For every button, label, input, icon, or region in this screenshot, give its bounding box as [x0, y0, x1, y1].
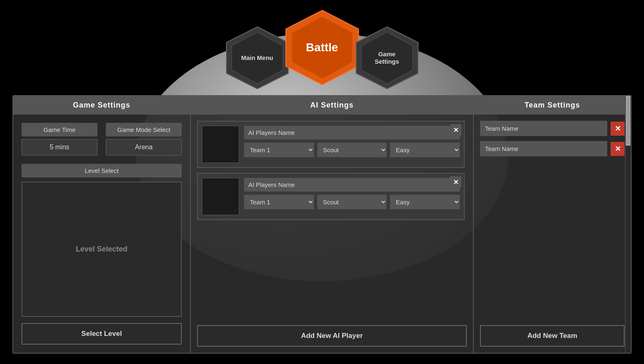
game-time-label: Game Time — [21, 123, 97, 136]
level-select-section: Level Select Level Selected Select Level — [21, 164, 182, 345]
ai-name-input-1[interactable] — [244, 126, 460, 139]
remove-team-1-button[interactable]: ✕ — [611, 122, 625, 136]
ai-avatar-2 — [202, 178, 239, 215]
select-level-button[interactable]: Select Level — [21, 323, 182, 345]
game-settings-nav-label: Game Settings — [375, 50, 399, 65]
team-name-input-1[interactable] — [480, 121, 607, 136]
game-mode-group: Game Mode Select Arena — [106, 123, 182, 156]
add-new-ai-button[interactable]: Add New AI Player — [197, 325, 467, 347]
team-scroll[interactable]: ✕ ✕ — [480, 121, 625, 318]
ai-panel-body: ✕ Team 1 Scout Eas — [191, 115, 473, 353]
game-mode-value[interactable]: Arena — [106, 139, 182, 156]
team-panel-body: ✕ ✕ Add New Team — [474, 115, 631, 353]
game-mode-label: Game Mode Select — [106, 123, 182, 136]
ai-avatar-1 — [202, 126, 239, 163]
close-icon: ✕ — [615, 124, 621, 133]
top-navigation: Main Menu Battle Game Settings — [224, 8, 420, 91]
main-menu-button[interactable]: Main Menu — [224, 25, 290, 91]
team-settings-panel: Team Settings ✕ ✕ Add New — [474, 96, 631, 353]
team-name-input-2[interactable] — [480, 141, 607, 156]
team-row-1: ✕ — [480, 121, 625, 136]
close-icon: ✕ — [453, 126, 459, 134]
ai-players-scroll[interactable]: ✕ Team 1 Scout Eas — [197, 121, 467, 320]
team-row-2: ✕ — [480, 141, 625, 156]
settings-row: Game Time 5 mins Game Mode Select Arena — [21, 123, 182, 156]
game-settings-body: Game Time 5 mins Game Mode Select Arena … — [13, 115, 190, 353]
game-settings-header: Game Settings — [13, 96, 190, 115]
battle-button[interactable]: Battle — [283, 8, 361, 87]
remove-team-2-button[interactable]: ✕ — [611, 142, 625, 156]
ai-role-select-1[interactable]: Scout — [317, 143, 387, 157]
team-scrollbar-thumb — [626, 96, 630, 146]
ai-settings-panel: AI Settings ✕ Team 1 — [191, 96, 474, 353]
level-select-label: Level Select — [21, 164, 182, 177]
level-selected-text: Level Selected — [76, 245, 127, 254]
close-player-1-button[interactable]: ✕ — [450, 124, 461, 136]
game-time-group: Game Time 5 mins — [21, 123, 97, 156]
team-scrollbar[interactable] — [625, 96, 631, 353]
ai-card-fields-2: Team 1 Scout Easy — [244, 178, 460, 215]
ai-team-select-1[interactable]: Team 1 — [244, 143, 314, 157]
ai-card-fields-1: Team 1 Scout Easy — [244, 126, 460, 163]
ai-dropdowns-2: Team 1 Scout Easy — [244, 195, 460, 209]
close-player-2-button[interactable]: ✕ — [450, 176, 461, 188]
main-menu-label: Main Menu — [241, 54, 273, 62]
close-icon: ✕ — [453, 178, 459, 186]
battle-label: Battle — [306, 41, 338, 55]
ai-difficulty-select-2[interactable]: Easy — [390, 195, 460, 209]
ai-player-card: ✕ Team 1 Scout Eas — [197, 173, 465, 220]
add-new-team-button[interactable]: Add New Team — [480, 325, 625, 347]
ai-team-select-2[interactable]: Team 1 — [244, 195, 314, 209]
ai-dropdowns-1: Team 1 Scout Easy — [244, 143, 460, 157]
team-settings-header: Team Settings — [474, 96, 631, 115]
ai-difficulty-select-1[interactable]: Easy — [390, 143, 460, 157]
level-preview: Level Selected — [21, 182, 182, 317]
ai-settings-header: AI Settings — [191, 96, 473, 115]
main-panel: Game Settings Game Time 5 mins Game Mode… — [12, 95, 632, 354]
ai-name-input-2[interactable] — [244, 178, 460, 192]
game-settings-panel: Game Settings Game Time 5 mins Game Mode… — [13, 96, 191, 353]
ai-player-card: ✕ Team 1 Scout Eas — [197, 121, 465, 168]
game-time-value[interactable]: 5 mins — [21, 139, 97, 156]
game-settings-nav-button[interactable]: Game Settings — [354, 25, 420, 91]
close-icon: ✕ — [615, 144, 621, 153]
ai-role-select-2[interactable]: Scout — [317, 195, 387, 209]
